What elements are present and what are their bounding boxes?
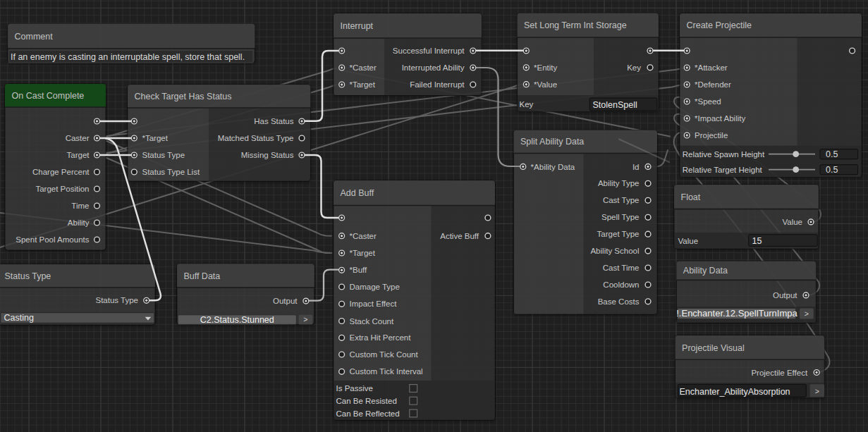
svg-text:Enchanter_AbilityAbsorption: Enchanter_AbilityAbsorption [680, 387, 790, 397]
svg-text:Target: Target [67, 151, 90, 159]
svg-text:!.Enchanter.12.SpellTurnImpa: !.Enchanter.12.SpellTurnImpa [676, 308, 797, 319]
svg-text:Custom Tick Count: Custom Tick Count [350, 350, 419, 359]
svg-text:StolenSpell: StolenSpell [593, 100, 637, 110]
svg-text:Spent Pool Amounts: Spent Pool Amounts [16, 235, 89, 244]
svg-text:Ability: Ability [68, 218, 90, 227]
svg-text:>: > [815, 387, 819, 395]
svg-text:*Buff: *Buff [350, 266, 368, 274]
svg-text:Matched Status Type: Matched Status Type [218, 134, 294, 142]
svg-text:Impact Effect: Impact Effect [350, 300, 398, 308]
svg-text:Status Type List: Status Type List [142, 168, 200, 176]
svg-text:Projectile Visual: Projectile Visual [682, 343, 745, 353]
svg-text:*Target: *Target [350, 80, 376, 89]
svg-text:*Defender: *Defender [695, 80, 731, 89]
svg-text:Damage Type: Damage Type [350, 283, 400, 291]
svg-text:Ability School: Ability School [590, 247, 639, 255]
svg-text:*Caster: *Caster [350, 232, 377, 240]
svg-text:Set Long Term Int Storage: Set Long Term Int Storage [524, 20, 627, 30]
svg-text:If an enemy is casting an inte: If an enemy is casting an interruptable … [11, 52, 245, 62]
svg-text:Is Passive: Is Passive [336, 384, 373, 393]
svg-text:>: > [303, 315, 307, 323]
svg-text:Float: Float [681, 192, 701, 202]
svg-text:Charge Percent: Charge Percent [32, 168, 90, 176]
svg-text:*Target: *Target [350, 249, 376, 257]
svg-text:Has Status: Has Status [254, 117, 293, 125]
svg-text:Failed Interrupt: Failed Interrupt [410, 80, 465, 89]
svg-text:*Attacker: *Attacker [695, 63, 728, 72]
svg-text:On Cast Complete: On Cast Complete [12, 91, 85, 101]
svg-text:Target Type: Target Type [597, 230, 640, 238]
svg-text:Cast Type: Cast Type [603, 196, 640, 204]
svg-text:*Ability Data: *Ability Data [531, 163, 575, 171]
svg-text:Add Buff: Add Buff [341, 188, 374, 198]
svg-text:Output: Output [273, 297, 298, 305]
svg-text:Check Target Has Status: Check Target Has Status [135, 92, 232, 101]
svg-text:*Impact Ability: *Impact Ability [695, 114, 745, 123]
svg-text:Comment: Comment [15, 32, 54, 42]
svg-text:*Entity: *Entity [534, 63, 557, 72]
svg-text:Stack Count: Stack Count [350, 317, 394, 326]
svg-text:Status Type: Status Type [5, 271, 51, 281]
svg-text:Caster: Caster [66, 134, 90, 142]
svg-text:Key: Key [520, 100, 534, 109]
svg-text:Missing Status: Missing Status [241, 151, 294, 159]
svg-text:Extra Hit Percent: Extra Hit Percent [350, 333, 412, 342]
svg-text:Time: Time [71, 202, 89, 210]
svg-text:Relative Target Height: Relative Target Height [683, 166, 763, 174]
svg-text:Status Type: Status Type [142, 151, 185, 159]
svg-text:Cast Time: Cast Time [603, 264, 640, 272]
svg-text:Interrupt: Interrupt [341, 21, 374, 31]
svg-text:Cooldown: Cooldown [603, 280, 639, 289]
svg-text:*Target: *Target [142, 134, 169, 142]
svg-text:C2.Status.Stunned: C2.Status.Stunned [200, 315, 274, 325]
svg-text:*Speed: *Speed [695, 97, 721, 106]
svg-text:Casting: Casting [4, 313, 34, 323]
svg-text:Value: Value [678, 237, 699, 245]
svg-text:Ability Type: Ability Type [598, 179, 640, 187]
svg-text:Base Costs: Base Costs [598, 297, 640, 306]
svg-text:>: > [805, 309, 809, 318]
svg-text:Can Be Resisted: Can Be Resisted [336, 397, 397, 405]
svg-text:*Caster: *Caster [350, 63, 377, 72]
svg-text:Projectile Effect: Projectile Effect [751, 369, 807, 377]
svg-text:Active Buff: Active Buff [440, 232, 479, 240]
svg-text:Can Be Reflected: Can Be Reflected [336, 409, 400, 418]
svg-text:Projectile: Projectile [695, 131, 728, 140]
svg-text:Custom Tick Interval: Custom Tick Interval [350, 367, 423, 376]
svg-text:Status Type: Status Type [95, 296, 138, 304]
svg-text:Interrupted Ability: Interrupted Ability [402, 63, 465, 72]
svg-text:0.5: 0.5 [826, 165, 838, 175]
svg-text:Create Projectile: Create Projectile [687, 20, 752, 30]
svg-text:Target Position: Target Position [35, 185, 89, 193]
svg-text:0.5: 0.5 [826, 149, 838, 159]
svg-text:Split Ability Data: Split Ability Data [520, 137, 584, 147]
svg-text:Value: Value [782, 218, 802, 226]
svg-text:Successful Interrupt: Successful Interrupt [393, 47, 465, 55]
svg-text:*Value: *Value [534, 80, 557, 89]
svg-text:Key: Key [627, 63, 641, 72]
svg-text:Buff Data: Buff Data [183, 271, 220, 281]
svg-text:Spell Type: Spell Type [601, 213, 640, 221]
svg-text:Ability Data: Ability Data [683, 266, 728, 276]
svg-text:Output: Output [773, 291, 797, 300]
svg-text:Id: Id [632, 163, 640, 171]
svg-text:15: 15 [752, 236, 762, 246]
svg-text:Relative Spawn Height: Relative Spawn Height [683, 150, 765, 159]
